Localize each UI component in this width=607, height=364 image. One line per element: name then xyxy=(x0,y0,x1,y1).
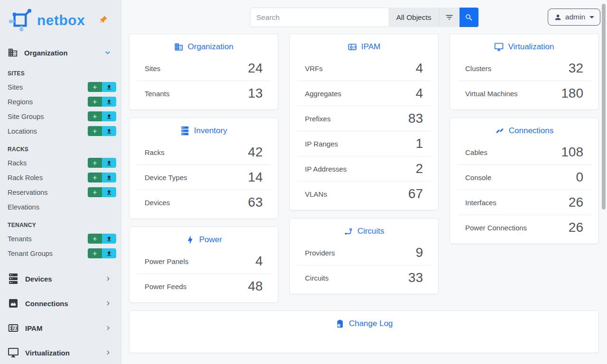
stat-row: VRFs 4 xyxy=(297,56,431,81)
stat-value-device-types[interactable]: 14 xyxy=(248,171,263,184)
stat-value-aggregates[interactable]: 4 xyxy=(415,87,423,100)
stat-value-providers[interactable]: 9 xyxy=(415,246,423,259)
organization-card-title[interactable]: Organization xyxy=(129,34,278,56)
import-rack-roles-button[interactable] xyxy=(102,173,116,182)
search-scope-button[interactable]: All Objects xyxy=(388,8,439,27)
add-racks-button[interactable] xyxy=(88,158,102,168)
stat-link-device-types[interactable]: Device Types xyxy=(145,173,187,182)
connections-card-title[interactable]: Connections xyxy=(450,118,598,140)
import-regions-button[interactable] xyxy=(102,97,116,107)
stat-link-cables[interactable]: Cables xyxy=(465,148,487,156)
sidebar-link-elevations[interactable]: Elevations xyxy=(8,203,39,211)
stat-link-vrfs[interactable]: VRFs xyxy=(305,64,323,73)
sidebar-link-racks[interactable]: Racks xyxy=(8,159,27,167)
stat-link-console[interactable]: Console xyxy=(465,173,491,182)
stat-link-ip-ranges[interactable]: IP Ranges xyxy=(305,140,338,148)
stat-link-power-connections[interactable]: Power Connections xyxy=(465,224,527,232)
import-tenants-button[interactable] xyxy=(102,234,116,244)
sidebar-item-elevations: Elevations xyxy=(8,200,116,214)
add-locations-button[interactable] xyxy=(88,126,102,136)
stat-value-virtual-machines[interactable]: 180 xyxy=(561,87,583,100)
netbox-logo-icon[interactable] xyxy=(8,8,33,33)
stat-link-aggregates[interactable]: Aggregates xyxy=(305,90,341,98)
stat-value-ip-ranges[interactable]: 1 xyxy=(415,137,423,150)
import-sites-button[interactable] xyxy=(102,82,116,92)
sidebar-group-organization[interactable]: Organization xyxy=(8,43,116,63)
ipam-card-title[interactable]: IPAM xyxy=(290,34,438,56)
stat-link-clusters[interactable]: Clusters xyxy=(465,64,491,73)
add-tenants-button[interactable] xyxy=(88,234,102,244)
import-locations-button[interactable] xyxy=(102,126,116,136)
stat-value-vrfs[interactable]: 4 xyxy=(415,62,423,75)
sidebar-link-regions[interactable]: Regions xyxy=(8,98,33,106)
stat-link-ip-addresses[interactable]: IP Addresses xyxy=(305,165,347,173)
stat-link-power-feeds[interactable]: Power Feeds xyxy=(145,282,186,291)
stat-link-circuits[interactable]: Circuits xyxy=(305,274,329,282)
sidebar-item-locations: Locations xyxy=(8,124,116,138)
stat-link-vlans[interactable]: VLANs xyxy=(305,190,327,198)
stat-value-clusters[interactable]: 32 xyxy=(569,62,583,75)
stat-link-interfaces[interactable]: Interfaces xyxy=(465,199,497,207)
import-racks-button[interactable] xyxy=(102,158,116,168)
stat-row: Virtual Machines 180 xyxy=(458,81,591,106)
sidebar-pin-button[interactable] xyxy=(98,15,108,26)
add-reservations-button[interactable] xyxy=(88,187,102,197)
virtualization-card-title[interactable]: Virtualization xyxy=(450,34,598,56)
user-menu-button[interactable]: admin xyxy=(548,9,600,26)
sidebar-group-devices[interactable]: Devices xyxy=(8,266,116,291)
stat-value-circuits[interactable]: 33 xyxy=(408,271,423,284)
sidebar-link-site-groups[interactable]: Site Groups xyxy=(8,113,44,120)
stat-link-devices[interactable]: Devices xyxy=(145,199,170,207)
stat-value-console[interactable]: 0 xyxy=(576,171,583,184)
stat-value-racks[interactable]: 42 xyxy=(248,146,263,159)
add-tenant-groups-button[interactable] xyxy=(88,248,102,258)
sidebar-group-connections[interactable]: Connections xyxy=(8,291,116,316)
stat-value-power-panels[interactable]: 4 xyxy=(255,255,263,268)
sidebar-link-sites[interactable]: Sites xyxy=(8,83,23,91)
sidebar-link-locations[interactable]: Locations xyxy=(8,127,37,135)
search-input[interactable] xyxy=(250,8,388,27)
stat-link-racks[interactable]: Racks xyxy=(145,148,165,156)
changelog-card-title[interactable]: Change Log xyxy=(129,311,598,333)
changelog-card: Change Log xyxy=(129,310,599,353)
import-reservations-button[interactable] xyxy=(102,187,116,197)
stat-value-tenants[interactable]: 13 xyxy=(248,87,263,100)
stat-value-interfaces[interactable]: 26 xyxy=(569,196,583,209)
sidebar-group-ipam[interactable]: IPAM xyxy=(8,316,116,340)
stat-link-tenants[interactable]: Tenants xyxy=(145,90,170,98)
add-site-groups-button[interactable] xyxy=(88,111,102,121)
search-submit-button[interactable] xyxy=(460,8,478,27)
stat-value-prefixes[interactable]: 83 xyxy=(408,112,423,125)
stat-link-providers[interactable]: Providers xyxy=(305,249,335,257)
page-scrollbar[interactable] xyxy=(602,4,606,209)
brand-name[interactable]: netbox xyxy=(37,12,98,28)
stat-value-sites[interactable]: 24 xyxy=(248,62,263,75)
upload-icon xyxy=(106,250,112,257)
inventory-card-title[interactable]: Inventory xyxy=(129,118,278,140)
stat-value-cables[interactable]: 108 xyxy=(561,146,583,159)
import-site-groups-button[interactable] xyxy=(102,111,116,121)
upload-icon xyxy=(106,128,112,135)
stat-value-vlans[interactable]: 67 xyxy=(408,187,423,200)
stat-link-prefixes[interactable]: Prefixes xyxy=(305,115,331,123)
add-regions-button[interactable] xyxy=(88,97,102,107)
sidebar-link-tenant-groups[interactable]: Tenant Groups xyxy=(8,250,53,257)
stat-value-power-connections[interactable]: 26 xyxy=(569,221,583,234)
stat-link-sites[interactable]: Sites xyxy=(145,64,160,73)
server-icon xyxy=(8,273,19,284)
add-sites-button[interactable] xyxy=(88,82,102,92)
stat-value-power-feeds[interactable]: 48 xyxy=(248,280,263,293)
import-tenant-groups-button[interactable] xyxy=(102,248,116,258)
sidebar-link-rack-roles[interactable]: Rack Roles xyxy=(8,174,43,182)
stat-link-power-panels[interactable]: Power Panels xyxy=(145,257,189,265)
add-rack-roles-button[interactable] xyxy=(88,173,102,182)
stat-link-virtual-machines[interactable]: Virtual Machines xyxy=(465,90,518,98)
circuits-card-title[interactable]: Circuits xyxy=(290,218,438,240)
sidebar-link-reservations[interactable]: Reservations xyxy=(8,189,48,196)
filter-button[interactable] xyxy=(439,8,460,27)
sidebar-group-virtualization[interactable]: Virtualization xyxy=(8,340,116,364)
stat-value-ip-addresses[interactable]: 2 xyxy=(415,162,423,175)
sidebar-link-tenants[interactable]: Tenants xyxy=(8,235,32,243)
stat-value-devices[interactable]: 63 xyxy=(248,196,263,209)
power-card-title[interactable]: Power xyxy=(129,227,278,249)
